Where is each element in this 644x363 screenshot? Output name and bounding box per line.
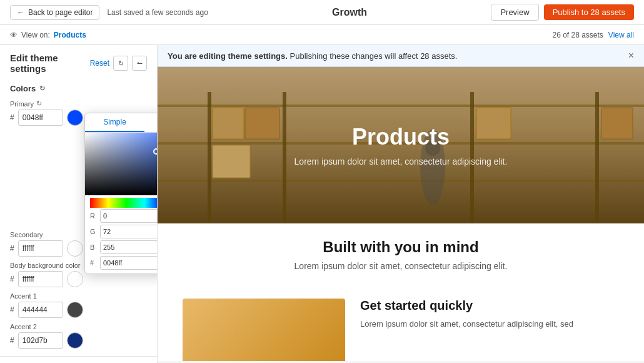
accent2-hash: # [10, 336, 14, 345]
top-bar-left: ← Back to page editor Last saved a few s… [10, 5, 208, 20]
panel-title: Edit theme settings [10, 53, 90, 74]
b-input[interactable] [100, 240, 158, 254]
simple-tab[interactable]: Simple [85, 113, 144, 132]
colors-section-header: Colors ↻ [0, 79, 157, 97]
text-column: Get started quickly Lorem ipsum dolor si… [360, 299, 619, 361]
panel-header: Edit theme settings Reset ↻ ↼ [0, 45, 157, 79]
colors-label: Colors [10, 84, 36, 93]
primary-color-input[interactable] [18, 110, 63, 126]
accent2-label: Accent 2 [10, 323, 147, 330]
view-on-section: 👁 View on: Products [10, 31, 86, 39]
hero-title: Products [294, 124, 508, 150]
color-gradient-canvas[interactable] [85, 133, 158, 195]
accent1-hash: # [10, 305, 14, 314]
advanced-tab[interactable]: Advanced [144, 113, 158, 132]
content-section: Built with you in mind Lorem ipsum dolor… [158, 223, 644, 286]
accent2-color-row: Accent 2 # [0, 320, 157, 351]
app-title: Growth [332, 7, 367, 18]
section-divider [0, 356, 157, 357]
accent1-input[interactable] [18, 302, 63, 318]
refresh-icon[interactable]: ↻ [39, 84, 45, 93]
r-label: R [90, 212, 98, 220]
b-label: B [90, 243, 98, 251]
g-input[interactable] [100, 225, 158, 238]
accent1-swatch[interactable] [67, 302, 83, 318]
hero-content: Products Lorem ipsum dolor sit amet, con… [158, 67, 644, 223]
asset-bar: 👁 View on: Products 26 of 28 assets View… [0, 25, 644, 45]
body-bg-swatch[interactable] [67, 271, 83, 287]
preview-button[interactable]: Preview [491, 4, 538, 21]
g-row: G [90, 225, 158, 238]
accent1-input-row: # [10, 302, 147, 318]
color-picker-popup: Simple Advanced R G B [84, 113, 158, 274]
panel-actions: Reset ↻ ↼ [90, 56, 147, 71]
picker-tabs: Simple Advanced [85, 113, 158, 133]
col-title: Get started quickly [360, 299, 619, 313]
g-label: G [90, 228, 98, 235]
asset-count-section: 26 of 28 assets View all [552, 31, 634, 39]
accent1-label: Accent 1 [10, 292, 147, 300]
notification-bar: You are editing theme settings. Publishi… [158, 45, 644, 67]
primary-color-label: Primary ↻ [10, 100, 147, 108]
two-col-section: Get started quickly Lorem ipsum dolor si… [158, 286, 644, 361]
hero-subtitle: Lorem ipsum dolor sit amet, consectetur … [294, 156, 508, 166]
preview-area: Products Lorem ipsum dolor sit amet, con… [158, 67, 644, 361]
section2-title: Built with you in mind [183, 238, 619, 256]
accent2-input[interactable] [18, 332, 63, 349]
left-panel: Edit theme settings Reset ↻ ↼ Colors ↻ P… [0, 45, 158, 363]
picker-sliders: R G B # [85, 198, 158, 274]
picker-cursor [153, 148, 158, 155]
view-all-link[interactable]: View all [608, 31, 634, 39]
notification-body: Publishing these changes will affect 28 … [290, 51, 458, 61]
undo-button[interactable]: ↻ [113, 56, 128, 71]
top-bar: ← Back to page editor Last saved a few s… [0, 0, 644, 25]
publish-button[interactable]: Publish to 28 assets [544, 4, 634, 20]
r-input[interactable] [100, 209, 158, 223]
secondary-color-input[interactable] [18, 240, 63, 257]
body-bg-hash: # [10, 275, 14, 284]
right-panel: You are editing theme settings. Publishi… [158, 45, 644, 363]
hex-input[interactable] [100, 256, 158, 270]
col-body: Lorem ipsum dolor sit amet, consectetur … [360, 318, 619, 330]
main-layout: Edit theme settings Reset ↻ ↼ Colors ↻ P… [0, 45, 644, 363]
view-on-value[interactable]: Products [54, 31, 86, 39]
top-bar-right: Preview Publish to 28 assets [491, 4, 634, 21]
accent2-swatch[interactable] [67, 332, 83, 349]
asset-count-text: 26 of 28 assets [552, 31, 603, 39]
redo-button[interactable]: ↼ [132, 56, 147, 71]
notification-bold: You are editing theme settings. [168, 51, 288, 61]
accent2-input-row: # [10, 332, 147, 349]
back-to-editor-button[interactable]: ← Back to page editor [10, 5, 99, 20]
hex-hash-label: # [90, 259, 98, 267]
section2-body: Lorem ipsum dolor sit amet, consectetur … [183, 261, 619, 271]
secondary-hash: # [10, 244, 14, 253]
chevron-left-icon: ← [17, 8, 24, 17]
hero-section: Products Lorem ipsum dolor sit amet, con… [158, 67, 644, 223]
primary-color-swatch[interactable] [67, 110, 83, 126]
reset-button[interactable]: Reset [90, 59, 109, 68]
section-image-placeholder [183, 299, 345, 361]
back-label: Back to page editor [28, 8, 93, 17]
view-on-label: View on: [21, 31, 50, 39]
primary-hash: # [10, 113, 14, 122]
body-bg-input[interactable] [18, 271, 63, 287]
saved-indicator: Last saved a few seconds ago [107, 8, 208, 17]
notification-text: You are editing theme settings. Publishi… [168, 51, 457, 61]
secondary-color-swatch[interactable] [67, 240, 83, 257]
hue-strip[interactable] [90, 198, 158, 208]
hero-text: Products Lorem ipsum dolor sit amet, con… [294, 124, 508, 166]
accent1-color-row: Accent 1 # [0, 290, 157, 320]
b-row: B [90, 240, 158, 254]
primary-refresh-icon[interactable]: ↻ [36, 100, 42, 108]
hex-row: # [90, 256, 158, 270]
eye-icon: 👁 [10, 31, 18, 39]
notification-close-button[interactable]: × [628, 50, 634, 61]
r-row: R [90, 209, 158, 223]
